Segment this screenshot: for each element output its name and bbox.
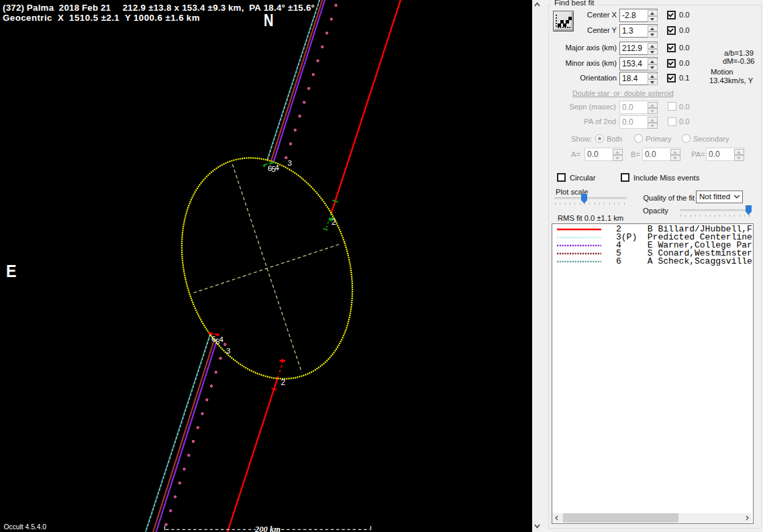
svg-text:200 km: 200 km — [254, 525, 281, 532]
svg-text:Geocentric X 1510.5 ±2.1 Y: Geocentric X 1510.5 ±2.1 Y 1000.6 ±1.6 k… — [3, 13, 200, 23]
svg-text:E: E — [6, 261, 17, 281]
svg-text:2: 2 — [281, 378, 286, 387]
svg-text:4: 4 — [275, 164, 280, 172]
svg-text:3: 3 — [288, 159, 292, 167]
svg-text:2: 2 — [332, 217, 336, 227]
svg-text:3: 3 — [226, 347, 230, 355]
svg-text:Occult 4.5.4.0: Occult 4.5.4.0 — [4, 523, 47, 531]
svg-text:4: 4 — [219, 335, 224, 343]
svg-text:N: N — [264, 11, 274, 30]
